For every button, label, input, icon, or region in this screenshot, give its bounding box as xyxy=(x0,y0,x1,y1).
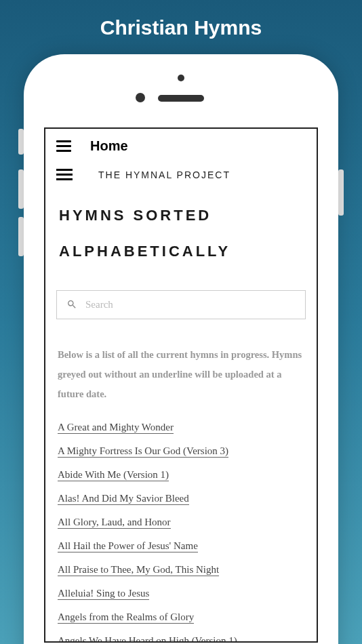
hymn-link[interactable]: All Hail the Power of Jesus' Name xyxy=(58,539,304,553)
search-icon xyxy=(66,299,77,310)
hymn-link[interactable]: A Great and Mighty Wonder xyxy=(58,420,304,435)
site-title: THE HYMNAL PROJECT xyxy=(98,169,230,180)
app-header: Home xyxy=(45,129,317,161)
hymn-link[interactable]: Angels from the Realms of Glory xyxy=(58,610,304,624)
phone-side-button xyxy=(18,129,24,155)
phone-side-button xyxy=(18,169,24,209)
phone-sensor xyxy=(178,75,184,81)
site-header: THE HYMNAL PROJECT xyxy=(45,161,317,186)
hymn-list: A Great and Mighty Wonder A Mighty Fortr… xyxy=(45,404,317,643)
hymn-link[interactable]: All Glory, Laud, and Honor xyxy=(58,515,304,529)
search-field[interactable] xyxy=(56,290,306,319)
phone-side-button xyxy=(18,217,24,256)
hymn-link[interactable]: Abide With Me (Version 1) xyxy=(58,468,304,482)
phone-side-button xyxy=(338,169,344,216)
search-input[interactable] xyxy=(85,299,296,310)
hymn-link[interactable]: All Praise to Thee, My God, This Night xyxy=(58,563,304,577)
menu-icon[interactable] xyxy=(56,140,71,152)
hymn-link[interactable]: Alas! And Did My Savior Bleed xyxy=(58,491,304,506)
hymn-link[interactable]: A Mighty Fortress Is Our God (Version 3) xyxy=(58,444,304,458)
intro-text: Below is a list of all the current hymns… xyxy=(45,319,317,404)
phone-speaker xyxy=(158,95,204,102)
hymn-link[interactable]: Angels We Have Heard on High (Version 1) xyxy=(58,634,304,643)
phone-camera xyxy=(136,93,145,102)
hymn-link[interactable]: Alleluia! Sing to Jesus xyxy=(58,586,304,601)
promo-title: Christian Hymns xyxy=(0,0,362,53)
site-menu-icon[interactable] xyxy=(56,169,73,180)
app-screen: Home THE HYMNAL PROJECT HYMNS SORTED ALP… xyxy=(44,127,318,643)
app-header-title: Home xyxy=(90,138,128,154)
page-heading: HYMNS SORTED ALPHABETICALLY xyxy=(45,186,317,270)
